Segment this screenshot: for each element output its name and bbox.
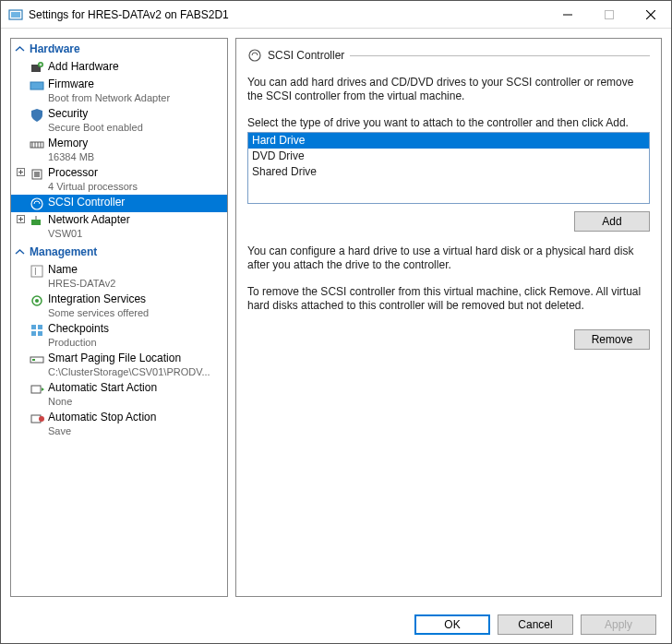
svg-rect-25 (31, 220, 41, 225)
dialog-footer: OK Cancel Apply (1, 606, 671, 643)
nav-firmware[interactable]: Firmware Boot from Network Adapter (11, 77, 227, 106)
drive-option-hard[interactable]: Hard Drive (248, 133, 649, 149)
memory-icon (30, 137, 44, 152)
drive-option-dvd[interactable]: DVD Drive (248, 149, 649, 164)
network-icon (30, 214, 44, 229)
window-title: Settings for HRES-DATAv2 on FABS2D1 (29, 8, 546, 21)
drive-option-shared[interactable]: Shared Drive (248, 164, 649, 180)
name-icon: I (30, 264, 44, 279)
svg-point-40 (39, 416, 44, 422)
svg-rect-33 (31, 331, 36, 336)
add-button[interactable]: Add (574, 211, 650, 232)
close-button[interactable] (630, 1, 671, 28)
cancel-button[interactable]: Cancel (498, 614, 573, 635)
svg-rect-32 (38, 325, 42, 329)
settings-window: Settings for HRES-DATAv2 on FABS2D1 Hard… (0, 0, 672, 644)
drive-type-list[interactable]: Hard Drive DVD Drive Shared Drive (247, 132, 650, 204)
divider (350, 55, 650, 56)
nav-add-hardware[interactable]: Add Hardware (11, 59, 227, 77)
expand-icon[interactable] (15, 215, 26, 223)
svg-rect-36 (32, 359, 35, 361)
nav-security[interactable]: Security Secure Boot enabled (11, 106, 227, 136)
svg-rect-27 (31, 266, 42, 277)
remove-text: To remove the SCSI controller from this … (247, 285, 650, 313)
nav-network-adapter[interactable]: Network Adapter VSW01 (11, 212, 227, 242)
config-text: You can configure a hard drive to use a … (247, 244, 650, 272)
svg-rect-37 (31, 386, 41, 393)
maximize-button (588, 1, 630, 28)
svg-rect-31 (31, 325, 36, 329)
remove-button[interactable]: Remove (574, 329, 650, 350)
svg-rect-34 (38, 331, 42, 336)
svg-rect-20 (34, 172, 40, 177)
shield-icon (30, 108, 44, 123)
nav-autostop[interactable]: Automatic Stop Action Save (11, 410, 227, 439)
nav-integration[interactable]: Integration Services Some services offer… (11, 292, 227, 321)
expand-icon[interactable] (15, 168, 26, 176)
nav-memory[interactable]: Memory 16384 MB (11, 136, 227, 165)
content-area: Hardware Add Hardware Firmware Boot from… (1, 29, 671, 606)
nav-scsi-controller[interactable]: SCSI Controller (11, 195, 227, 212)
scsi-header-icon (247, 48, 262, 63)
chevron-up-icon (15, 247, 26, 257)
section-hardware[interactable]: Hardware (11, 39, 227, 59)
checkpoints-icon (30, 323, 44, 338)
add-hardware-icon (30, 61, 44, 76)
svg-point-30 (35, 299, 39, 303)
scsi-icon (30, 197, 44, 211)
svg-point-21 (31, 198, 42, 209)
firmware-icon (30, 78, 44, 93)
nav-autostart[interactable]: Automatic Start Action None (11, 380, 227, 410)
svg-rect-3 (605, 10, 613, 18)
nav-paging[interactable]: Smart Paging File Location C:\ClusterSto… (11, 351, 227, 380)
select-label: Select the type of drive you want to att… (247, 116, 650, 130)
nav-processor[interactable]: Processor 4 Virtual processors (11, 165, 227, 195)
svg-text:I: I (34, 267, 37, 277)
svg-point-41 (249, 50, 260, 61)
nav-checkpoints[interactable]: Checkpoints Production (11, 321, 227, 351)
processor-icon (30, 167, 44, 182)
detail-panel: SCSI Controller You can add hard drives … (235, 38, 662, 597)
section-management[interactable]: Management (11, 242, 227, 262)
paging-icon (30, 352, 44, 367)
minimize-button[interactable] (546, 1, 588, 28)
svg-rect-10 (30, 82, 43, 89)
integration-icon (30, 293, 44, 308)
detail-title: SCSI Controller (268, 49, 344, 62)
titlebar: Settings for HRES-DATAv2 on FABS2D1 (1, 1, 671, 29)
apply-button: Apply (581, 614, 656, 635)
ok-button[interactable]: OK (414, 614, 490, 635)
app-icon (8, 7, 23, 22)
nav-tree[interactable]: Hardware Add Hardware Firmware Boot from… (10, 38, 228, 597)
autostart-icon (30, 382, 44, 397)
svg-marker-38 (42, 388, 44, 391)
intro-text: You can add hard drives and CD/DVD drive… (247, 76, 650, 103)
autostop-icon (30, 411, 44, 426)
chevron-up-icon (15, 44, 26, 54)
nav-name[interactable]: I Name HRES-DATAv2 (11, 262, 227, 292)
svg-rect-1 (11, 12, 20, 18)
